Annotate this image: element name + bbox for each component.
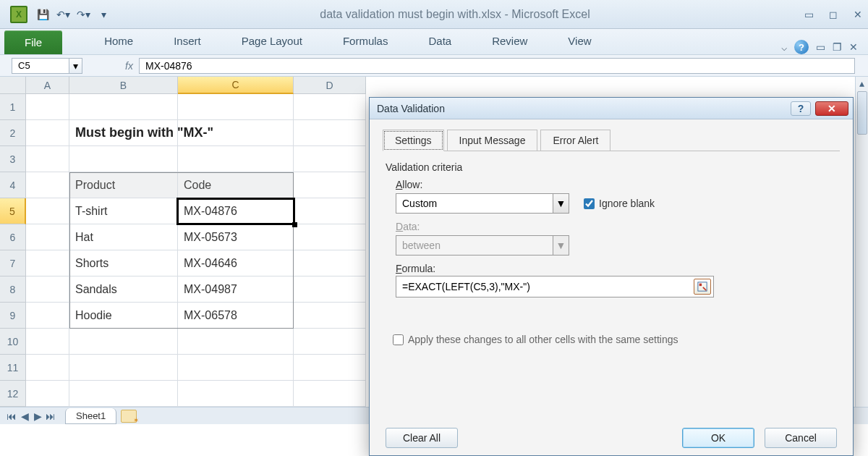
select-all-corner[interactable] xyxy=(0,77,26,94)
cell-B7[interactable]: Shorts xyxy=(69,250,178,276)
qat-redo[interactable]: ↷▾ xyxy=(75,7,91,22)
cell-A3[interactable] xyxy=(26,146,69,172)
row-header-6[interactable]: 6 xyxy=(0,224,26,250)
cell-A6[interactable] xyxy=(26,224,69,250)
cell-D1[interactable] xyxy=(294,94,366,120)
cell-D6[interactable] xyxy=(294,224,366,250)
qat-save[interactable]: 💾 xyxy=(35,7,51,22)
qat-customize[interactable]: ▾ xyxy=(95,7,111,22)
col-header-B[interactable]: B xyxy=(69,77,178,94)
cell-B1[interactable] xyxy=(69,94,178,120)
tab-error-alert[interactable]: Error Alert xyxy=(540,130,610,151)
cell-C1[interactable] xyxy=(178,94,294,120)
cell-B12[interactable] xyxy=(69,381,178,407)
cell-C10[interactable] xyxy=(178,329,294,355)
tab-last-icon[interactable]: ⏭ xyxy=(45,410,56,422)
ok-button[interactable]: OK xyxy=(682,428,754,448)
cell-A10[interactable] xyxy=(26,329,69,355)
ribbon-tab-pagelayout[interactable]: Page Layout xyxy=(221,29,323,54)
row-header-3[interactable]: 3 xyxy=(0,146,26,172)
ribbon-tab-review[interactable]: Review xyxy=(472,29,548,54)
row-header-12[interactable]: 12 xyxy=(0,381,26,407)
tab-nav[interactable]: ⏮ ◀ ▶ ⏭ xyxy=(6,410,56,422)
cell-D10[interactable] xyxy=(294,329,366,355)
cell-D8[interactable] xyxy=(294,276,366,303)
cell-C8[interactable]: MX-04987 xyxy=(178,276,294,303)
ignore-blank-input[interactable] xyxy=(584,198,595,209)
cell-D2[interactable] xyxy=(294,120,366,146)
cell-A4[interactable] xyxy=(26,172,69,198)
cell-D5[interactable] xyxy=(294,198,366,224)
cell-B2[interactable]: Must begin with "MX-" xyxy=(69,120,178,146)
qat-undo[interactable]: ↶▾ xyxy=(55,7,71,22)
row-header-11[interactable]: 11 xyxy=(0,355,26,381)
tab-settings[interactable]: Settings xyxy=(383,130,444,151)
col-header-A[interactable]: A xyxy=(26,77,69,94)
chevron-down-icon[interactable]: ▼ xyxy=(553,194,569,213)
cell-C11[interactable] xyxy=(178,355,294,381)
maximize-icon[interactable]: ◻ xyxy=(823,7,843,22)
tab-input-message[interactable]: Input Message xyxy=(447,130,538,151)
scroll-thumb[interactable] xyxy=(857,91,867,135)
cell-C12[interactable] xyxy=(178,381,294,407)
name-box[interactable]: C5 xyxy=(12,58,69,74)
ribbon-tab-view[interactable]: View xyxy=(548,29,611,54)
row-header-9[interactable]: 9 xyxy=(0,303,26,329)
cell-A11[interactable] xyxy=(26,355,69,381)
mdi-close-icon[interactable]: ✕ xyxy=(849,41,858,53)
row-header-2[interactable]: 2 xyxy=(0,120,26,146)
cell-C5[interactable]: MX-04876 xyxy=(178,198,294,224)
cell-A12[interactable] xyxy=(26,381,69,407)
row-header-8[interactable]: 8 xyxy=(0,276,26,303)
tab-next-icon[interactable]: ▶ xyxy=(32,410,43,422)
range-picker-button[interactable] xyxy=(694,279,711,295)
cell-B11[interactable] xyxy=(69,355,178,381)
cell-A7[interactable] xyxy=(26,250,69,276)
cells-area[interactable]: Must begin with "MX-"ProductCodeT-shirtM… xyxy=(26,94,366,407)
vertical-scrollbar[interactable]: ▴ ▾ xyxy=(855,77,868,424)
cell-D12[interactable] xyxy=(294,381,366,407)
ribbon-minimize-icon[interactable]: ⌵ xyxy=(781,41,787,53)
cell-C6[interactable]: MX-05673 xyxy=(178,224,294,250)
close-icon[interactable]: ✕ xyxy=(848,7,868,22)
fx-icon[interactable]: fx xyxy=(125,60,133,72)
scroll-up-icon[interactable]: ▴ xyxy=(856,77,868,90)
row-header-1[interactable]: 1 xyxy=(0,94,26,120)
cell-C9[interactable]: MX-06578 xyxy=(178,303,294,329)
formula-input[interactable]: =EXACT(LEFT(C5,3),"MX-") xyxy=(396,276,714,297)
cell-B5[interactable]: T-shirt xyxy=(69,198,178,224)
cell-B6[interactable]: Hat xyxy=(69,224,178,250)
cell-A2[interactable] xyxy=(26,120,69,146)
col-header-C[interactable]: C xyxy=(178,77,294,94)
fill-handle[interactable] xyxy=(292,222,297,227)
cell-C4[interactable]: Code xyxy=(178,172,294,198)
allow-combo[interactable]: Custom ▼ xyxy=(396,193,569,214)
cell-C7[interactable]: MX-04646 xyxy=(178,250,294,276)
ribbon-tab-home[interactable]: Home xyxy=(84,29,153,54)
sheet-tab-sheet1[interactable]: Sheet1 xyxy=(65,408,116,424)
dialog-help-button[interactable]: ? xyxy=(791,101,811,116)
ignore-blank-checkbox[interactable]: Ignore blank xyxy=(584,198,655,209)
cell-D11[interactable] xyxy=(294,355,366,381)
cell-D4[interactable] xyxy=(294,172,366,198)
ribbon-tab-formulas[interactable]: Formulas xyxy=(323,29,409,54)
row-header-4[interactable]: 4 xyxy=(0,172,26,198)
row-header-7[interactable]: 7 xyxy=(0,250,26,276)
mdi-restore-icon[interactable]: ❐ xyxy=(833,41,842,53)
clear-all-button[interactable]: Clear All xyxy=(386,428,458,448)
dialog-close-button[interactable]: ✕ xyxy=(815,101,848,116)
ribbon-tab-insert[interactable]: Insert xyxy=(153,29,221,54)
row-header-10[interactable]: 10 xyxy=(0,329,26,355)
cell-B4[interactable]: Product xyxy=(69,172,178,198)
cell-A5[interactable] xyxy=(26,198,69,224)
apply-all-checkbox[interactable]: Apply these changes to all other cells w… xyxy=(393,334,840,345)
cell-C3[interactable] xyxy=(178,146,294,172)
mdi-min-icon[interactable]: ▭ xyxy=(816,41,825,53)
cell-B3[interactable] xyxy=(69,146,178,172)
cell-A8[interactable] xyxy=(26,276,69,303)
cell-D3[interactable] xyxy=(294,146,366,172)
cell-D7[interactable] xyxy=(294,250,366,276)
row-header-5[interactable]: 5 xyxy=(0,198,26,224)
cell-B9[interactable]: Hoodie xyxy=(69,303,178,329)
cell-B8[interactable]: Sandals xyxy=(69,276,178,303)
